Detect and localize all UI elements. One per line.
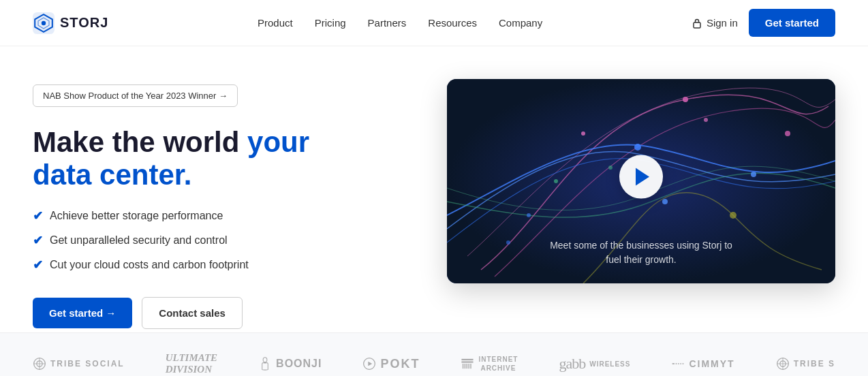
svg-marker-25 [369,362,373,366]
nav-resources[interactable]: Resources [428,17,477,29]
video-play-button[interactable] [619,155,663,199]
cimmyt-icon [671,357,685,371]
check-icon-1: ✔ [33,208,43,223]
svg-rect-29 [465,364,465,369]
svg-rect-32 [471,364,471,369]
svg-rect-30 [467,364,467,369]
navbar: STORJ Product Pricing Partners Resources… [0,0,868,46]
logo-internet-archive: INTERNETARCHIVE [461,355,518,373]
tribe-social-icon [33,357,46,371]
hero-title-plain: Make the world [33,126,247,158]
nav-right: Sign in Get started [692,9,835,37]
logo-pokt: POKT [362,357,420,371]
hero-get-started-button[interactable]: Get started → [33,298,132,328]
feature-item-1: ✔ Achieve better storage performance [33,208,360,223]
check-icon-2: ✔ [33,233,43,248]
svg-rect-26 [462,359,474,360]
hero-video[interactable]: Meet some of the businesses using Storj … [447,79,835,283]
svg-rect-31 [469,364,469,369]
logo-cimmyt: CIMMYT [671,357,734,371]
tribe-s-icon [776,357,790,371]
contact-sales-button[interactable]: Contact sales [142,297,243,329]
feature-list: ✔ Achieve better storage performance ✔ G… [33,208,360,272]
pokt-text: POKT [380,357,420,371]
nav-pricing[interactable]: Pricing [315,17,346,29]
boonji-icon [258,357,272,371]
nav-product[interactable]: Product [258,17,293,29]
internet-archive-text: INTERNETARCHIVE [478,355,518,373]
hero-section: NAB Show Product of the Year 2023 Winner… [0,46,868,332]
svg-point-10 [554,179,558,183]
cimmyt-text: CIMMYT [689,358,734,369]
logo-ultimate-division: UltimateDivision [166,352,217,375]
hero-title: Make the world your data center. [33,126,360,192]
feature-text-1: Achieve better storage performance [50,210,223,222]
logos-bar: TRIBE SOCIAL UltimateDivision BOONJI POK… [0,332,868,376]
svg-rect-27 [462,361,474,362]
ultimate-division-name: UltimateDivision [166,352,217,375]
nab-banner-link[interactable]: NAB Show Product of the Year 2023 Winner… [33,84,238,107]
logo-gabb: gabb wireless [559,355,630,373]
hero-left: NAB Show Product of the Year 2023 Winner… [33,79,360,329]
pokt-icon [362,357,376,371]
gabb-wireless-text: wireless [589,360,630,368]
feature-item-3: ✔ Cut your cloud costs and carbon footpr… [33,257,360,272]
svg-rect-4 [694,22,700,28]
svg-point-12 [730,212,737,219]
logo-link[interactable]: STORJ [33,12,108,34]
logo-text: STORJ [60,15,108,31]
logo-boonji: BOONJI [258,357,322,371]
feature-item-2: ✔ Get unparalleled security and control [33,233,360,248]
svg-point-8 [581,131,585,136]
feature-text-2: Get unparalleled security and control [50,234,228,247]
gabb-text: gabb [559,355,585,373]
svg-point-11 [785,131,790,136]
lock-icon [692,18,702,29]
video-caption: Meet some of the businesses using Storj … [546,238,737,267]
svg-point-16 [608,166,613,170]
svg-point-9 [751,172,756,177]
nav-links: Product Pricing Partners Resources Compa… [258,17,542,29]
hero-buttons: Get started → Contact sales [33,297,360,329]
check-icon-3: ✔ [33,257,43,272]
feature-text-3: Cut your cloud costs and carbon footprin… [50,259,249,271]
nab-banner-text: NAB Show Product of the Year 2023 Winner… [43,91,228,101]
svg-point-22 [263,358,267,362]
svg-point-15 [662,199,668,204]
boonji-text: BOONJI [276,358,322,370]
svg-point-3 [42,20,46,25]
tribe-s-name: TRIBE S [794,359,835,369]
storj-logo-icon [33,12,55,34]
svg-point-14 [704,118,708,122]
nav-partners[interactable]: Partners [368,17,407,29]
logo-tribe-social: TRIBE SOCIAL [33,357,125,371]
internet-archive-icon [461,357,474,371]
svg-point-13 [527,213,531,217]
logo-tribe-s: TRIBE S [776,357,835,371]
play-icon [636,168,649,186]
svg-rect-28 [463,364,463,369]
sign-in-link[interactable]: Sign in [692,17,738,29]
tribe-social-name: TRIBE SOCIAL [50,359,125,369]
nav-get-started-button[interactable]: Get started [749,9,835,37]
svg-point-17 [506,240,510,245]
nav-company[interactable]: Company [499,17,542,29]
svg-point-7 [634,144,641,151]
svg-point-6 [683,97,688,102]
